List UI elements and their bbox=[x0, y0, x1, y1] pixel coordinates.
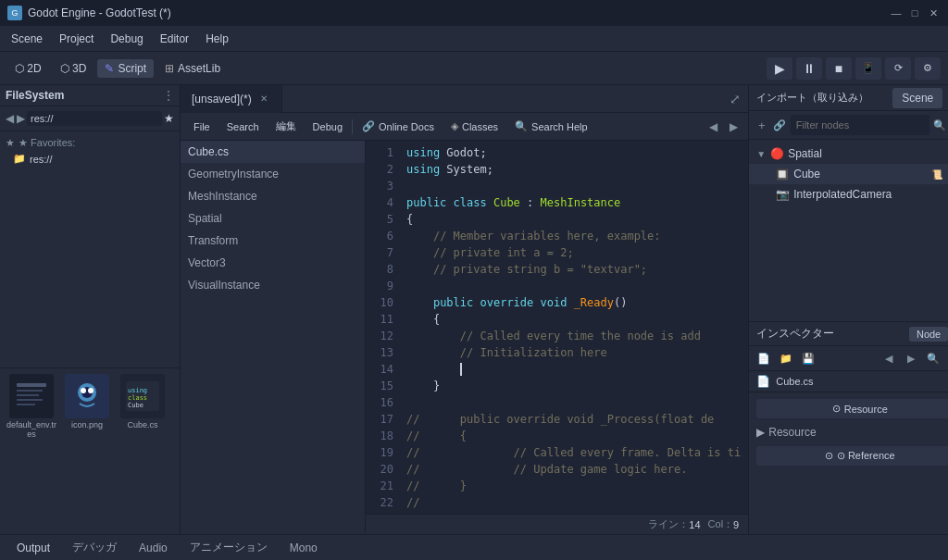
filesystem-menu-icon[interactable]: ⋮ bbox=[163, 89, 174, 102]
resource-button[interactable]: ⊙ Resource bbox=[756, 399, 948, 418]
script-label: Script bbox=[118, 62, 146, 75]
tree-item-cube[interactable]: 🔲 Cube 📜 👁 bbox=[749, 164, 948, 184]
cube-label: Cube bbox=[793, 168, 926, 180]
bottom-tabs: Output デバッガ Audio アニメーション Mono bbox=[0, 534, 948, 560]
center-content: Cube.cs GeometryInstance MeshInstance Sp… bbox=[181, 141, 748, 534]
filter-nodes-input[interactable] bbox=[791, 115, 929, 135]
resource-section-header[interactable]: ▶ Resource bbox=[756, 423, 948, 442]
col-label: Col： bbox=[708, 517, 734, 531]
file-menu-button[interactable]: File bbox=[186, 118, 218, 135]
filesystem-path-input[interactable]: res:// bbox=[27, 111, 162, 126]
settings-button[interactable]: ⚙ bbox=[915, 57, 941, 80]
play-custom-button[interactable]: ⟳ bbox=[885, 57, 911, 80]
svg-rect-4 bbox=[17, 399, 43, 401]
script-file-geometry[interactable]: GeometryInstance bbox=[181, 163, 365, 185]
stop-button[interactable]: ■ bbox=[826, 57, 852, 80]
search-help-button[interactable]: 🔍 Search Help bbox=[507, 118, 595, 135]
folder-res[interactable]: 📁 res:// bbox=[6, 151, 174, 167]
tree-item-camera[interactable]: 📷 InterpolatedCamera 👁 bbox=[749, 184, 948, 205]
tab-mono[interactable]: Mono bbox=[281, 539, 327, 557]
script-file-visual[interactable]: VisualInstance bbox=[181, 274, 365, 296]
file-thumb-default-env[interactable]: default_env.tres bbox=[6, 374, 57, 529]
cube-script-button[interactable]: 📜 bbox=[929, 167, 944, 181]
title-bar-title: Godot Engine - GodotTest (*) bbox=[28, 6, 171, 19]
menu-debug[interactable]: Debug bbox=[103, 30, 150, 48]
resource-label: Resource bbox=[844, 404, 888, 415]
tab-output[interactable]: Output bbox=[7, 539, 59, 557]
camera-icon: 📷 bbox=[775, 187, 790, 202]
file-thumb-icon[interactable]: icon.png bbox=[61, 374, 113, 529]
svg-rect-5 bbox=[17, 404, 35, 405]
fs-back-button[interactable]: ◀ bbox=[6, 110, 15, 127]
svg-text:Cube: Cube bbox=[128, 402, 143, 409]
inspector-filename: Cube.cs bbox=[776, 376, 813, 387]
filesystem-title: FileSystem bbox=[6, 89, 64, 102]
inspector-search-button[interactable]: 🔍 bbox=[924, 349, 942, 367]
edit-menu-button[interactable]: 編集 bbox=[268, 117, 304, 136]
debug-menu-button[interactable]: Debug bbox=[306, 118, 350, 135]
classes-button[interactable]: ◈ Classes bbox=[443, 118, 505, 135]
play-button[interactable]: ▶ bbox=[767, 57, 792, 80]
editor-tab-unsaved[interactable]: [unsaved](*) ✕ bbox=[181, 85, 282, 113]
tab-debugger[interactable]: デバッガ bbox=[63, 537, 126, 558]
title-bar: G Godot Engine - GodotTest (*) — □ ✕ bbox=[0, 0, 948, 26]
inspector-file: 📄 Cube.cs bbox=[749, 371, 948, 392]
toolbar-separator bbox=[352, 119, 353, 134]
scene-tab[interactable]: Scene bbox=[892, 88, 942, 108]
svg-rect-3 bbox=[17, 394, 39, 396]
code-wrapper: 123456789101112131415161718192021222324 … bbox=[366, 141, 748, 534]
title-bar-left: G Godot Engine - GodotTest (*) bbox=[7, 6, 171, 20]
resource-arrow-icon: ▶ bbox=[756, 426, 765, 439]
resource-section-label: Resource bbox=[768, 426, 816, 439]
main-toolbar: ⬡ 2D ⬡ 3D ✎ Script ⊞ AssetLib ▶ ⏸ ■ 📱 ⟳ … bbox=[0, 52, 948, 85]
script-file-vector3[interactable]: Vector3 bbox=[181, 252, 365, 274]
mode-3d-button[interactable]: ⬡ 3D bbox=[53, 59, 94, 78]
fullscreen-button[interactable]: ⤢ bbox=[722, 92, 748, 106]
inspector-prev-button[interactable]: ◀ bbox=[879, 349, 898, 367]
maximize-button[interactable]: □ bbox=[907, 6, 922, 20]
nav-next-button[interactable]: ▶ bbox=[724, 118, 742, 136]
resource-section: ▶ Resource bbox=[749, 421, 948, 443]
inspector-file-button[interactable]: 📄 bbox=[755, 349, 773, 367]
assetlib-button[interactable]: ⊞ AssetLib bbox=[157, 59, 228, 78]
inspector-folder-button[interactable]: 📁 bbox=[777, 349, 795, 367]
tab-close-button[interactable]: ✕ bbox=[257, 93, 270, 106]
svg-point-10 bbox=[88, 388, 94, 393]
script-file-cube[interactable]: Cube.cs bbox=[181, 141, 365, 163]
fs-favorite-button[interactable]: ★ bbox=[164, 112, 174, 125]
script-file-mesh[interactable]: MeshInstance bbox=[181, 185, 365, 207]
search-menu-button[interactable]: Search bbox=[219, 118, 267, 135]
line-number: 14 bbox=[689, 519, 700, 530]
add-node-button[interactable]: + bbox=[755, 115, 768, 135]
title-bar-controls[interactable]: — □ ✕ bbox=[889, 6, 941, 20]
inspector-toolbar: 📄 📁 💾 ◀ ▶ 🔍 ≡ bbox=[749, 346, 948, 371]
online-docs-button[interactable]: 🔗 Online Docs bbox=[355, 118, 442, 135]
menu-project[interactable]: Project bbox=[52, 30, 101, 48]
play-scene-button[interactable]: 📱 bbox=[855, 57, 881, 80]
spatial-icon: 🔴 bbox=[769, 146, 784, 161]
nav-prev-button[interactable]: ◀ bbox=[704, 118, 722, 136]
tab-audio[interactable]: Audio bbox=[130, 539, 177, 557]
script-button[interactable]: ✎ Script bbox=[97, 59, 154, 78]
pause-button[interactable]: ⏸ bbox=[796, 57, 822, 80]
script-file-spatial[interactable]: Spatial bbox=[181, 207, 365, 230]
tab-animation[interactable]: アニメーション bbox=[181, 537, 277, 558]
inspector-save-button[interactable]: 💾 bbox=[799, 349, 817, 367]
close-button[interactable]: ✕ bbox=[926, 6, 941, 20]
link-node-button[interactable]: 🔗 bbox=[772, 115, 786, 135]
code-editor[interactable]: 123456789101112131415161718192021222324 … bbox=[366, 141, 748, 514]
search-icon: 🔍 bbox=[515, 120, 528, 132]
menu-scene[interactable]: Scene bbox=[4, 30, 50, 48]
fs-forward-button[interactable]: ▶ bbox=[17, 110, 26, 127]
mode-2d-button[interactable]: ⬡ 2D bbox=[7, 59, 49, 78]
file-thumb-cube[interactable]: using class Cube Cube.cs bbox=[117, 374, 168, 529]
reference-button[interactable]: ⊙ ⊙ Reference bbox=[756, 446, 948, 466]
menu-editor[interactable]: Editor bbox=[153, 30, 196, 48]
search-nodes-button[interactable]: 🔍 bbox=[933, 115, 947, 135]
menu-help[interactable]: Help bbox=[198, 30, 236, 48]
minimize-button[interactable]: — bbox=[889, 6, 904, 20]
inspector-next-button[interactable]: ▶ bbox=[902, 349, 920, 367]
tree-item-spatial[interactable]: ▼ 🔴 Spatial 👁 bbox=[749, 143, 948, 164]
inspector-node-tab[interactable]: Node bbox=[909, 327, 948, 342]
script-file-transform[interactable]: Transform bbox=[181, 230, 365, 252]
